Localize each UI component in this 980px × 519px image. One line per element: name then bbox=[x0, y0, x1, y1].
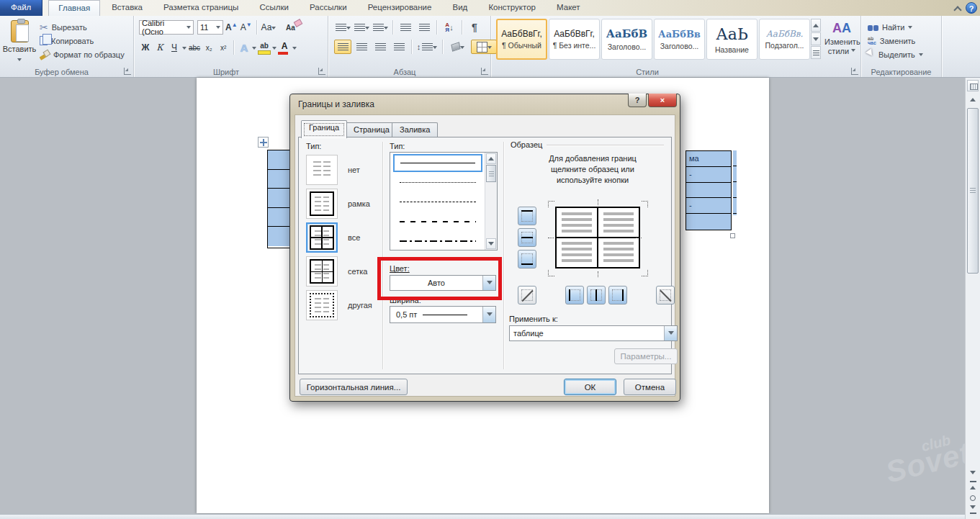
border-type-custom[interactable]: другая bbox=[306, 290, 372, 320]
justify-button[interactable] bbox=[390, 40, 408, 54]
numbering-button[interactable] bbox=[353, 20, 370, 35]
tab-page-border[interactable]: Страница bbox=[346, 122, 397, 137]
clear-formatting-button[interactable]: Аа bbox=[284, 20, 297, 35]
ruler-toggle-button[interactable] bbox=[967, 80, 979, 91]
styles-scroll-up-button[interactable] bbox=[811, 19, 821, 32]
tab-border[interactable]: Граница bbox=[301, 120, 347, 138]
styles-expand-button[interactable] bbox=[811, 46, 821, 59]
list-scroll-up-button[interactable] bbox=[486, 153, 496, 164]
table-cell[interactable] bbox=[268, 150, 290, 170]
left-border-toggle[interactable] bbox=[565, 286, 584, 304]
text-effects-button[interactable]: А bbox=[238, 40, 251, 55]
style-subtitle[interactable]: АаБбВв. Подзагол... bbox=[759, 19, 810, 60]
copy-button[interactable]: Копировать bbox=[37, 34, 127, 48]
italic-button[interactable]: К bbox=[153, 40, 166, 55]
table-cell[interactable] bbox=[686, 214, 731, 230]
dialog-close-button[interactable]: × bbox=[648, 94, 677, 107]
superscript-button[interactable]: x² bbox=[217, 40, 230, 55]
align-center-button[interactable] bbox=[353, 40, 370, 54]
line-style-dotted[interactable] bbox=[393, 173, 482, 191]
inside-horizontal-border-toggle[interactable] bbox=[518, 228, 536, 247]
line-style-dashed[interactable] bbox=[393, 193, 482, 211]
font-dialog-launcher-icon[interactable] bbox=[318, 68, 325, 75]
tab-insert[interactable]: Вставка bbox=[102, 0, 152, 16]
ok-button[interactable]: ОК bbox=[564, 379, 616, 395]
diagonal-down-border-toggle[interactable] bbox=[518, 286, 536, 304]
show-marks-button[interactable]: ¶ bbox=[466, 20, 483, 35]
inside-vertical-border-toggle[interactable] bbox=[587, 286, 606, 304]
right-border-toggle[interactable] bbox=[608, 286, 627, 304]
sort-button[interactable]: АЯ ↓ bbox=[441, 20, 458, 35]
tab-design[interactable]: Конструктор bbox=[479, 0, 545, 16]
style-heading2[interactable]: АаБбВв Заголово... bbox=[654, 19, 705, 60]
change-styles-button[interactable]: АA Изменить стили bbox=[824, 20, 859, 55]
align-left-button[interactable] bbox=[334, 40, 351, 54]
line-style-scrollbar[interactable] bbox=[485, 153, 497, 250]
table-cell[interactable] bbox=[268, 189, 290, 208]
paragraph-dialog-launcher-icon[interactable] bbox=[481, 68, 488, 75]
cut-button[interactable]: ✂ Вырезать bbox=[37, 20, 127, 34]
font-color-button[interactable]: А bbox=[278, 40, 291, 55]
cancel-button[interactable]: Отмена bbox=[624, 379, 676, 395]
border-type-box[interactable]: рамка bbox=[306, 189, 370, 219]
diagonal-up-border-toggle[interactable] bbox=[656, 286, 675, 304]
border-type-none[interactable]: нет bbox=[306, 155, 360, 185]
replace-button[interactable]: abчас Заменить bbox=[866, 34, 925, 48]
shading-button[interactable] bbox=[446, 40, 469, 54]
style-title[interactable]: АаЬ Название bbox=[706, 19, 758, 60]
scrollbar-thumb[interactable] bbox=[967, 108, 979, 274]
table-cell[interactable]: ма bbox=[686, 151, 731, 167]
style-normal[interactable]: АаБбВвГг, ¶ Обычный bbox=[496, 19, 547, 60]
grow-font-button[interactable]: А▲ bbox=[225, 20, 238, 35]
font-color-caret-icon[interactable] bbox=[292, 47, 297, 52]
width-dropdown-button[interactable] bbox=[482, 307, 495, 322]
top-border-toggle[interactable] bbox=[518, 207, 536, 225]
bold-button[interactable]: Ж bbox=[139, 40, 152, 55]
list-scrollbar-thumb[interactable] bbox=[486, 165, 496, 182]
tab-layout[interactable]: Макет bbox=[547, 0, 590, 16]
help-button[interactable]: ? bbox=[966, 2, 977, 14]
underline-button[interactable]: Ч bbox=[168, 40, 181, 55]
tab-mailings[interactable]: Рассылки bbox=[300, 0, 356, 16]
clipboard-dialog-launcher-icon[interactable] bbox=[124, 68, 131, 75]
table-cell[interactable] bbox=[268, 208, 290, 227]
find-button[interactable]: Найти bbox=[866, 20, 925, 34]
tab-view[interactable]: Вид bbox=[444, 0, 477, 16]
styles-dialog-launcher-icon[interactable] bbox=[851, 68, 858, 75]
font-size-combo[interactable]: 11 bbox=[197, 20, 223, 35]
tab-file[interactable]: Файл bbox=[0, 0, 42, 16]
select-button[interactable]: Выделить bbox=[866, 48, 925, 61]
table-fragment-left[interactable] bbox=[267, 150, 290, 248]
table-cell[interactable] bbox=[268, 170, 290, 189]
select-browse-object-button[interactable] bbox=[967, 492, 979, 504]
paste-button[interactable]: Вставить bbox=[4, 19, 35, 73]
table-cell[interactable]: - bbox=[686, 198, 731, 214]
bullets-button[interactable] bbox=[334, 20, 351, 35]
width-combo[interactable]: 0,5 пт bbox=[390, 306, 496, 323]
apply-to-combo[interactable]: таблице bbox=[509, 325, 678, 341]
border-type-all[interactable]: все bbox=[306, 222, 360, 253]
highlight-caret-icon[interactable] bbox=[272, 47, 277, 52]
minimize-ribbon-icon[interactable] bbox=[954, 5, 961, 12]
line-spacing-button[interactable]: ↕ bbox=[415, 40, 439, 54]
line-style-dash-dot[interactable] bbox=[393, 232, 482, 250]
shrink-font-button[interactable]: А▼ bbox=[240, 20, 253, 35]
line-style-dash-wide[interactable] bbox=[393, 212, 482, 230]
text-effects-caret-icon[interactable] bbox=[252, 47, 256, 52]
browse-previous-button[interactable] bbox=[967, 479, 979, 491]
tab-page-layout[interactable]: Разметка страницы bbox=[154, 0, 248, 16]
tab-shading[interactable]: Заливка bbox=[392, 122, 438, 137]
line-style-list[interactable] bbox=[390, 152, 498, 251]
subscript-button[interactable]: x₂ bbox=[202, 40, 215, 55]
tab-review[interactable]: Рецензирование bbox=[359, 0, 441, 16]
tab-home[interactable]: Главная bbox=[48, 0, 100, 16]
table-move-handle[interactable] bbox=[258, 137, 269, 148]
line-style-solid[interactable] bbox=[393, 154, 482, 172]
border-type-grid[interactable]: сетка bbox=[306, 256, 367, 286]
browse-next-button[interactable] bbox=[967, 504, 979, 515]
horizontal-line-button[interactable]: Горизонтальная линия... bbox=[300, 379, 408, 395]
table-cell[interactable] bbox=[268, 227, 290, 246]
decrease-indent-button[interactable] bbox=[397, 20, 414, 35]
strikethrough-button[interactable]: abc bbox=[188, 40, 201, 55]
border-preview[interactable] bbox=[555, 207, 640, 268]
